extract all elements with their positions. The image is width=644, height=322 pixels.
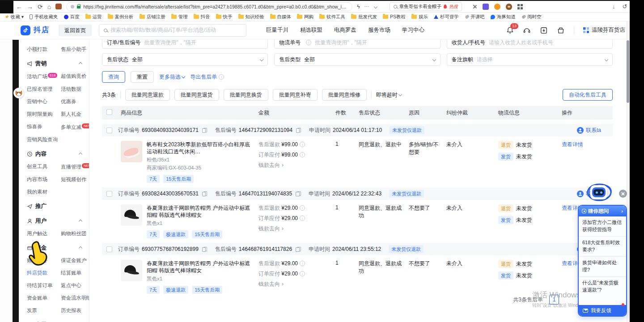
sidebar-item[interactable]: 新人礼金 [61,111,89,118]
product-title[interactable]: 春夏薄款速干网眼鸭舌帽男 户外运动中标遮阳帽 韩版透气棒球帽女 [147,204,255,219]
money-destination-link[interactable]: 钱款去向 [258,281,284,287]
chevron-down-icon[interactable] [373,4,377,8]
sidebar-item[interactable]: 资金流水明细 [61,295,89,301]
copy-icon[interactable] [202,128,207,133]
bookmark-item[interactable]: 收藏 ▾ [4,14,24,20]
bookmark-item[interactable]: 店铺注册 [140,14,165,20]
bookmark-item[interactable]: 阅时空 [521,14,542,20]
bookmark-item[interactable]: 开课吧 [465,14,485,20]
sidebar-item[interactable]: 资金账单 [27,295,61,301]
batch-action-button[interactable]: 批量同意补寄 [273,89,318,101]
nav-link[interactable]: 服务市场 [368,26,390,34]
sidebar-item[interactable]: 短视频创作 [61,176,89,183]
bookmark-item[interactable]: PS教程 [383,14,406,20]
faq-panel-header[interactable]: 猜你想问 › [579,206,626,216]
app-logo[interactable]: 抖店 [21,25,50,35]
notification-bell-icon[interactable]: 13 [506,26,514,34]
sidebar-item[interactable]: 保证金账户 [61,257,89,264]
download-icon[interactable]: ↓ [612,3,615,10]
money-destination-link[interactable]: 钱款去向 [258,225,284,232]
bookmark-item[interactable]: 手机收藏夹 [30,14,58,20]
sidebar-item[interactable]: 购物粉丝团 [61,230,89,237]
product-title[interactable]: 帆布鞋女2023秋季新款低帮百搭小白鞋厚底运动鞋浅口透气休闲… [147,141,255,155]
sidebar-item[interactable]: 优惠券 [61,98,89,105]
nav-link[interactable]: 学习中心 [402,26,424,34]
url-text[interactable]: https://fxg.jinritemai.com/ffa/maftersal… [83,4,348,9]
faq-item[interactable]: 618大促售后时效要求? [579,237,626,257]
sidebar-item[interactable]: 惊喜券 [27,123,61,131]
sidebar-item[interactable]: 创意工具 [27,163,61,170]
purple-extension-icon[interactable] [483,4,489,10]
sidebar-item[interactable]: 历史报表 [61,307,89,314]
extensions-grid-icon[interactable] [517,4,523,9]
sidebar-item[interactable]: 抖店贷款 [27,270,61,276]
customer-service-icon[interactable] [523,26,531,34]
sidebar-item[interactable]: 内容市场 [27,176,61,183]
faq-item[interactable]: 什么是"未发货极速退款"? [579,277,626,296]
sidebar-item[interactable]: 营销中心 [27,98,61,105]
sidebar-item-petty-payment[interactable]: 小额打款 [27,46,61,53]
sidebar-item[interactable]: 用户触达 [27,230,61,237]
view-detail-link[interactable]: 查看详情 [562,141,583,148]
batch-action-button[interactable]: 批量同意换货 [224,89,268,101]
home-icon[interactable]: ⌂ [47,4,51,10]
assistant-robot-icon[interactable] [590,185,607,199]
sidebar-item[interactable]: 营销风险查询 [27,136,61,143]
storefront-icon[interactable] [557,26,565,34]
bookmark-item[interactable]: 抖音 [194,14,210,20]
sidebar-item[interactable]: 返点中心 [61,282,89,289]
sidebar-section-users[interactable]: 用户 [27,217,89,225]
sidebar-section-promotion[interactable]: 推广 [27,203,89,210]
shop-avatar[interactable] [13,88,24,98]
bookmark-item[interactable]: 运营 [85,14,102,20]
select-all-checkbox[interactable] [106,109,112,115]
aftersale-type-select[interactable]: 售后类型 全部 [274,53,440,66]
export-link[interactable]: 导出售后单 [190,73,224,81]
copy-icon[interactable] [296,191,300,196]
sidebar-section-marketing[interactable]: 营销 [27,60,89,68]
history-icon[interactable]: ↺ [623,3,627,10]
sidebar-item-aftersale-helper[interactable]: 售后小助手 [61,46,89,53]
bookmark-item[interactable]: 百度 [64,14,80,20]
tracking-number-input[interactable]: 物流单号 批量查询使用"，"隔开 [274,40,440,49]
bookmark-item[interactable]: 批发代发 [351,14,377,20]
bookmark-item[interactable]: 快手 [216,14,233,20]
bookmark-item[interactable]: 自媒体 [270,14,292,20]
copy-icon[interactable] [202,191,207,196]
query-button[interactable]: 查询 [102,71,125,83]
close-icon[interactable] [619,190,627,198]
orange-extension-icon[interactable] [494,4,500,10]
cut-extension-icon[interactable] [473,4,477,9]
sidebar-section-content[interactable]: 内容 [27,150,89,158]
order-checkbox[interactable] [106,246,112,252]
copy-icon[interactable] [202,247,207,252]
bookmark-item[interactable]: 网购 [297,14,314,20]
timeout-filter[interactable]: 即将超时 [376,91,402,99]
sidebar-item[interactable]: 发票 [27,307,61,314]
app-search-input[interactable]: 搜索功能/帮助/数据/商品/订单/平台消息/活动 [99,24,246,37]
feedback-button[interactable]: 我要反馈 [579,305,626,316]
auto-aftersale-tool-button[interactable]: 自动化售后工具 [563,89,613,101]
order-number-input[interactable]: 订单/售后编号 批量查询使用"，"隔开 [102,40,268,49]
sidebar-item[interactable]: 我的素材 [27,189,61,195]
refresh-icon[interactable]: ⟳ [38,4,43,10]
sidebar-item[interactable]: 活动广场618 [27,73,61,80]
more-icon[interactable]: ⋯ [364,4,370,9]
back-icon[interactable]: ← [16,4,22,10]
product-title[interactable]: 春夏薄款速干网眼鸭舌帽男 户外运动中标遮阳帽 韩版透气棒球帽女 [147,260,255,274]
copy-icon[interactable] [296,247,300,252]
faq-item[interactable]: 换货申请如何处理? [579,257,626,277]
store-switcher[interactable]: 温陵芬百货店 [583,26,631,34]
sidebar-item[interactable]: 限时限量购 [27,111,61,118]
batch-action-button[interactable]: 批量同意退货 [174,89,219,101]
sidebar-item[interactable]: 直播管理NEW [61,163,89,170]
sidebar-item[interactable]: 超值购竞价 [61,73,89,80]
bookmark-item[interactable]: 案例分析 [108,14,134,20]
quick-search-box[interactable]: 章鱼哥似卡着金帽子 热搜 [390,2,462,11]
bookmark-item[interactable]: 软件工具 [319,14,345,20]
bookmark-item[interactable]: 知识经验 [238,14,264,20]
copy-icon[interactable] [296,128,301,133]
product-image[interactable] [121,204,142,226]
order-checkbox[interactable] [106,191,112,197]
sidebar-item[interactable]: 活动数据 [61,86,89,93]
